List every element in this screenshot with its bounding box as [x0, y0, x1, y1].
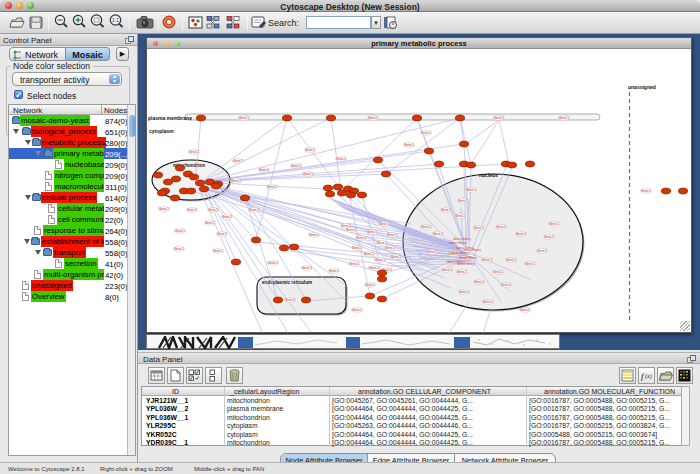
svg-text:Gene-1: Gene-1	[291, 164, 301, 168]
svg-text:Gene-1: Gene-1	[494, 116, 504, 120]
svg-text:Gene-1: Gene-1	[537, 249, 547, 253]
svg-text:Gene-x Gene-y: Gene-x Gene-y	[449, 241, 467, 245]
svg-text:Gene-1: Gene-1	[175, 229, 185, 233]
svg-text:Gene-1: Gene-1	[433, 232, 443, 236]
svg-text:Gene-1: Gene-1	[559, 116, 569, 120]
svg-text:Gene-1: Gene-1	[368, 116, 378, 120]
svg-text:Gene-x Gene-y: Gene-x Gene-y	[459, 256, 477, 260]
svg-text:Gene-1: Gene-1	[506, 258, 516, 262]
svg-text:Gene-1: Gene-1	[231, 179, 241, 183]
svg-text:Gene-x Gene-y: Gene-x Gene-y	[453, 237, 471, 241]
svg-text:Gene-1: Gene-1	[208, 208, 218, 212]
svg-text:endoplasmic reticulum: endoplasmic reticulum	[262, 280, 312, 285]
svg-text:Gene-1: Gene-1	[459, 290, 469, 294]
svg-text:Gene-1: Gene-1	[544, 235, 554, 239]
svg-text:Gene-1: Gene-1	[352, 246, 362, 250]
svg-text:Gene-1: Gene-1	[346, 228, 356, 232]
svg-text:Gene-1: Gene-1	[457, 270, 467, 274]
svg-text:Gene-1: Gene-1	[421, 131, 431, 135]
svg-text:Gene-1: Gene-1	[441, 208, 451, 212]
svg-text:Gene-1: Gene-1	[259, 168, 269, 172]
svg-text:Gene-1: Gene-1	[356, 236, 366, 240]
svg-text:Gene-1: Gene-1	[375, 258, 385, 262]
svg-text:Gene-1: Gene-1	[233, 159, 243, 163]
svg-text:Gene-1: Gene-1	[455, 214, 465, 218]
svg-text:Gene-1: Gene-1	[249, 208, 259, 212]
svg-text:unassigned: unassigned	[628, 84, 656, 90]
svg-text:Gene-1: Gene-1	[369, 266, 379, 270]
svg-text:Gene-1: Gene-1	[302, 266, 312, 270]
svg-text:Gene-1: Gene-1	[305, 148, 315, 152]
svg-text:Gene-1: Gene-1	[482, 258, 492, 262]
svg-text:Gene-1: Gene-1	[421, 225, 431, 229]
svg-text:Gene-1: Gene-1	[385, 246, 395, 250]
svg-text:Gene-1: Gene-1	[213, 249, 223, 253]
svg-text:Gene-1: Gene-1	[174, 247, 184, 251]
svg-text:Gene-1: Gene-1	[483, 300, 493, 304]
svg-text:Gene-1: Gene-1	[239, 116, 249, 120]
svg-text:Gene-1: Gene-1	[404, 143, 414, 147]
svg-text:Gene-1: Gene-1	[222, 215, 232, 219]
svg-text:Gene-1: Gene-1	[520, 308, 530, 312]
svg-text:Gene-1: Gene-1	[493, 270, 503, 274]
svg-text:Gene-1: Gene-1	[427, 250, 437, 254]
svg-text:Gene-1: Gene-1	[525, 262, 535, 266]
svg-text:Gene-1: Gene-1	[458, 199, 468, 203]
svg-text:Gene-1: Gene-1	[189, 150, 199, 154]
svg-text:Gene-1: Gene-1	[309, 233, 319, 237]
svg-text:Gene-1: Gene-1	[205, 221, 215, 225]
svg-text:(x): (x)	[645, 373, 652, 380]
svg-text:Gene-1: Gene-1	[217, 232, 227, 236]
svg-text:Gene-1: Gene-1	[367, 230, 377, 234]
svg-text:plasma membrane: plasma membrane	[148, 115, 192, 121]
svg-text:Gene-1: Gene-1	[387, 233, 397, 237]
svg-text:Gene-1: Gene-1	[336, 157, 346, 161]
svg-text:Gene-1: Gene-1	[379, 222, 389, 226]
svg-text:cytoplasm: cytoplasm	[149, 128, 174, 134]
svg-text:Gene-x Gene-y: Gene-x Gene-y	[457, 262, 475, 266]
svg-text:Gene-1: Gene-1	[187, 208, 197, 212]
svg-text:Gene-1: Gene-1	[501, 283, 511, 287]
svg-text:Gene-1: Gene-1	[267, 185, 277, 189]
svg-text:Gene-1: Gene-1	[641, 189, 651, 193]
svg-text:Gene-1: Gene-1	[365, 283, 375, 287]
svg-text:Gene-1: Gene-1	[377, 241, 387, 245]
svg-text:Gene-1: Gene-1	[516, 232, 526, 236]
svg-text:Gene-1: Gene-1	[364, 252, 374, 256]
svg-text:nucleus: nucleus	[479, 172, 498, 178]
svg-text:Gene-1: Gene-1	[268, 261, 278, 265]
svg-text:Gene-1: Gene-1	[549, 222, 559, 226]
svg-text:Gene-1: Gene-1	[285, 298, 295, 302]
svg-text:1:1: 1:1	[112, 17, 119, 23]
svg-text:Gene-1: Gene-1	[159, 207, 169, 211]
svg-text:Gene-1: Gene-1	[329, 269, 339, 273]
svg-text:Gene-1: Gene-1	[349, 262, 359, 266]
svg-text:Gene-1: Gene-1	[496, 225, 506, 229]
svg-text:Gene-1: Gene-1	[352, 308, 362, 312]
svg-text:Gene-1: Gene-1	[391, 255, 401, 259]
svg-text:Gene-1: Gene-1	[442, 268, 452, 272]
svg-text:Gene-1: Gene-1	[466, 188, 476, 192]
svg-text:Gene-1: Gene-1	[303, 172, 313, 176]
svg-text:Gene-x Gene-y: Gene-x Gene-y	[463, 248, 481, 252]
svg-text:Gene-1: Gene-1	[474, 280, 484, 284]
svg-text:Gene-1: Gene-1	[474, 226, 484, 230]
